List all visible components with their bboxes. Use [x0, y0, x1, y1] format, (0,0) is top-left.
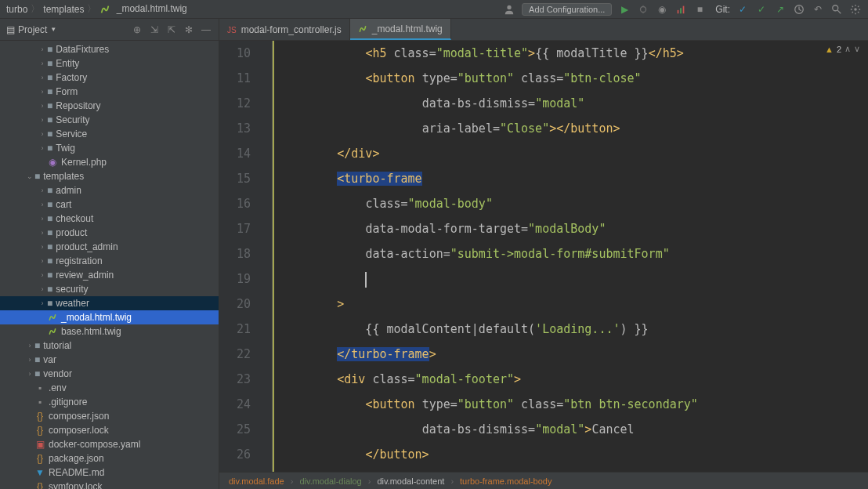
tree-item[interactable]: ›■tutorial: [0, 339, 219, 353]
code-line[interactable]: </div>: [280, 141, 868, 166]
add-configuration-button[interactable]: Add Configuration...: [522, 3, 612, 16]
chevron-icon[interactable]: ›: [38, 257, 47, 265]
commit-icon[interactable]: ✓: [755, 3, 768, 16]
breadcrumb-root[interactable]: turbo: [6, 4, 27, 15]
tree-item[interactable]: ›■weather: [0, 296, 219, 310]
chevron-icon[interactable]: ›: [38, 45, 47, 53]
tree-item[interactable]: ›■review_admin: [0, 268, 219, 282]
code-line[interactable]: </turbo-frame>: [280, 342, 868, 367]
code-line[interactable]: data-bs-dismiss="modal": [280, 91, 868, 116]
tree-item[interactable]: ›■Twig: [0, 141, 219, 155]
chevron-icon[interactable]: ›: [38, 215, 47, 223]
profiler-icon[interactable]: [675, 3, 687, 16]
code-line[interactable]: [280, 266, 868, 292]
breadcrumb-item[interactable]: div.modal-content: [377, 476, 444, 486]
user-icon[interactable]: [503, 3, 515, 16]
project-tree[interactable]: ›■DataFixtures›■Entity›■Factory›■Form›■R…: [0, 41, 219, 489]
code-line[interactable]: {{ modalContent|default('Loading...') }}: [280, 317, 868, 342]
run-icon[interactable]: ▶: [618, 3, 631, 16]
chevron-icon[interactable]: ⌄: [25, 172, 34, 180]
tree-item[interactable]: ⌄■templates: [0, 169, 219, 183]
breadcrumb-item[interactable]: div.modal-dialog: [299, 476, 361, 486]
chevron-icon[interactable]: ›: [25, 342, 34, 350]
tree-item[interactable]: ›■cart: [0, 197, 219, 212]
search-icon[interactable]: [830, 3, 843, 16]
tree-item[interactable]: _modal.html.twig: [0, 310, 219, 324]
chevron-icon[interactable]: ›: [38, 102, 47, 110]
code-line[interactable]: data-bs-dismiss="modal">Cancel: [280, 417, 868, 442]
tree-item[interactable]: ▼README.md: [0, 465, 219, 480]
project-view-selector[interactable]: ▤ Project ▼: [6, 24, 56, 35]
chevron-icon[interactable]: ›: [25, 356, 34, 364]
history-icon[interactable]: [793, 3, 805, 16]
tree-item[interactable]: ›■var: [0, 353, 219, 367]
settings-icon[interactable]: [849, 3, 862, 16]
stop-icon[interactable]: ■: [693, 3, 706, 16]
chevron-icon[interactable]: ›: [38, 285, 47, 293]
chevron-icon[interactable]: ›: [38, 144, 47, 152]
tree-item[interactable]: ›■Security: [0, 113, 219, 127]
tree-item[interactable]: ›■Form: [0, 85, 219, 99]
tree-item[interactable]: ›■DataFixtures: [0, 42, 219, 56]
chevron-icon[interactable]: ›: [38, 130, 47, 138]
tree-item[interactable]: ›■Factory: [0, 71, 219, 85]
expand-all-icon[interactable]: ⇲: [148, 24, 161, 36]
locate-icon[interactable]: ⊕: [131, 24, 143, 36]
tree-item[interactable]: ›■checkout: [0, 212, 219, 226]
inspection-widget[interactable]: ▲ 2 ∧ ∨: [825, 44, 860, 54]
tree-item[interactable]: ›■product_admin: [0, 240, 219, 254]
tree-item[interactable]: {}symfony.lock: [0, 480, 219, 489]
editor-tab[interactable]: JSmodal-form_controller.js: [219, 19, 350, 40]
coverage-icon[interactable]: ◉: [656, 3, 668, 16]
tree-item[interactable]: ▪.gitignore: [0, 395, 219, 409]
chevron-icon[interactable]: ›: [38, 271, 47, 279]
next-highlight-icon[interactable]: ∨: [854, 44, 860, 54]
code-line[interactable]: <button type="button" class="btn-close": [280, 66, 868, 91]
code-line[interactable]: <h5 class="modal-title">{{ modalTitle }}…: [280, 41, 868, 66]
rollback-icon[interactable]: ↶: [812, 3, 824, 16]
chevron-icon[interactable]: ›: [38, 74, 47, 82]
debug-icon[interactable]: [637, 3, 649, 16]
breadcrumb-file[interactable]: _modal.html.twig: [99, 3, 186, 15]
chevron-icon[interactable]: ›: [38, 201, 47, 208]
tree-item[interactable]: {}composer.json: [0, 409, 219, 423]
code-line[interactable]: aria-label="Close"></button>: [280, 116, 868, 141]
code-line[interactable]: class="modal-body": [280, 191, 868, 216]
chevron-icon[interactable]: ›: [38, 60, 47, 67]
chevron-icon[interactable]: ›: [38, 243, 47, 251]
code-line[interactable]: <turbo-frame: [280, 166, 868, 191]
tree-item[interactable]: {}package.json: [0, 451, 219, 465]
tree-item[interactable]: ▣docker-compose.yaml: [0, 437, 219, 451]
tree-item[interactable]: ▪.env: [0, 381, 219, 395]
breadcrumb-folder[interactable]: templates: [43, 4, 84, 15]
tree-item[interactable]: base.html.twig: [0, 324, 219, 339]
collapse-all-icon[interactable]: ⇱: [165, 24, 178, 36]
code-line[interactable]: <button type="button" class="btn btn-sec…: [280, 392, 868, 417]
tree-item[interactable]: {}composer.lock: [0, 423, 219, 437]
prev-highlight-icon[interactable]: ∧: [844, 44, 851, 54]
update-project-icon[interactable]: ✓: [736, 3, 749, 16]
editor-tab[interactable]: _modal.html.twig: [350, 19, 451, 40]
hide-icon[interactable]: —: [200, 24, 212, 36]
tree-item[interactable]: ›■registration: [0, 254, 219, 268]
breadcrumb-item[interactable]: div.modal.fade: [229, 476, 284, 486]
tree-item[interactable]: ›■vendor: [0, 367, 219, 381]
code-area[interactable]: <h5 class="modal-title">{{ modalTitle }}…: [273, 41, 868, 472]
editor-body[interactable]: ▲ 2 ∧ ∨ 10111213141516171819202122232425…: [219, 41, 868, 472]
tree-item[interactable]: ›■Entity: [0, 56, 219, 71]
tree-item[interactable]: ›■admin: [0, 183, 219, 197]
tree-item[interactable]: ›■Service: [0, 127, 219, 141]
chevron-icon[interactable]: ›: [38, 187, 47, 194]
settings-icon[interactable]: ✻: [183, 24, 195, 36]
tree-item[interactable]: ◉Kernel.php: [0, 155, 219, 169]
code-line[interactable]: data-modal-form-target="modalBody": [280, 216, 868, 241]
tree-item[interactable]: ›■product: [0, 226, 219, 240]
chevron-icon[interactable]: ›: [38, 229, 47, 237]
code-line[interactable]: </button>: [280, 442, 868, 467]
breadcrumb-item[interactable]: turbo-frame.modal-body: [460, 476, 552, 486]
code-line[interactable]: <div class="modal-footer">: [280, 367, 868, 392]
code-line[interactable]: >: [280, 292, 868, 317]
push-icon[interactable]: ↗: [774, 3, 787, 16]
tree-item[interactable]: ›■security: [0, 282, 219, 296]
chevron-icon[interactable]: ›: [38, 299, 47, 307]
